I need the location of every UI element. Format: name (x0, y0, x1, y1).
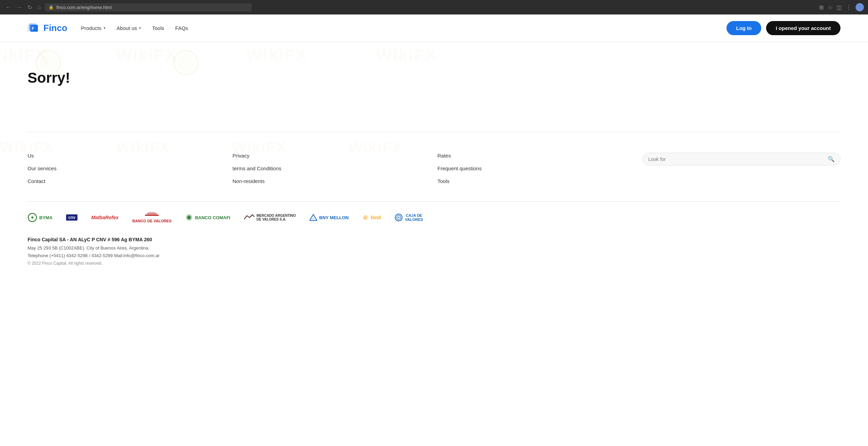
footer-link-frequent-questions[interactable]: Frequent questions (438, 165, 636, 171)
login-button[interactable]: Log In (726, 21, 761, 35)
footer-col-2: Privacy terms and Conditions Non-residen… (232, 153, 430, 184)
svg-rect-11 (145, 215, 159, 216)
back-button[interactable]: ← (4, 3, 12, 12)
partners-row: BYMA cnv MatbaRofex BANCO DE VALORES (28, 212, 840, 233)
nav-faqs[interactable]: FAQs (175, 25, 188, 31)
nav-products[interactable]: Products ▾ (81, 25, 105, 31)
url-text: finco.com.ar/eng/home.html (56, 5, 112, 10)
bookmark-icon[interactable]: ☆ (828, 4, 833, 11)
svg-rect-13 (148, 212, 155, 213)
svg-point-23 (398, 217, 399, 218)
partner-matbarofex: MatbaRofex (91, 215, 118, 220)
partner-bny-mellon: BNY MELLON (310, 214, 349, 221)
bind-icon: ★ (363, 214, 369, 221)
partner-bind: ★ bind (363, 214, 381, 221)
byma-icon (28, 213, 37, 222)
chevron-down-icon: ▾ (104, 26, 106, 30)
logo-area[interactable]: F Finco (28, 23, 67, 33)
footer-link-rates[interactable]: Rates (438, 153, 636, 159)
open-account-button[interactable]: I opened your account (766, 21, 840, 35)
url-bar[interactable]: 🔒 finco.com.ar/eng/home.html (45, 3, 252, 11)
footer: WikiFX WikiFX WikiFX WikiFX Us Our servi… (0, 132, 868, 280)
forward-button[interactable]: → (15, 3, 23, 12)
legal-section: Finco Capital SA - AN ALyC P CNV # 596 A… (28, 233, 840, 266)
footer-col-3: Rates Frequent questions Tools (438, 153, 636, 184)
footer-link-contact[interactable]: Contact (28, 178, 226, 184)
caja-valores-icon (395, 213, 403, 222)
partner-banco-valores: BANCO DE VALORES (132, 212, 171, 223)
legal-copyright: © 2022 Finco Capital. All rights reserve… (28, 261, 840, 266)
navbar: F Finco Products ▾ About us ▾ Tools FAQs… (0, 14, 868, 42)
nav-links: Products ▾ About us ▾ Tools FAQs (81, 25, 726, 31)
logo-text: Finco (43, 23, 67, 33)
browser-chrome: ← → ↻ ⌂ 🔒 finco.com.ar/eng/home.html ⊞ ☆… (0, 0, 868, 14)
nav-about-us[interactable]: About us ▾ (117, 25, 141, 31)
partner-caja-valores: CAJA DEVALORES (395, 213, 423, 222)
partner-mercado-argentino: MERCADO ARGENTINODE VALORES S.A. (244, 214, 296, 221)
banco-valores-icon (145, 212, 159, 219)
svg-point-16 (188, 216, 190, 219)
watermark-overlay: WikiFX WikiFX WikiFX WikiFX F (0, 42, 868, 132)
refresh-button[interactable]: ↻ (26, 3, 33, 12)
nav-buttons: Log In I opened your account (726, 21, 840, 35)
svg-text:F: F (32, 26, 34, 31)
footer-links: Us Our services Contact Privacy terms an… (28, 153, 840, 184)
svg-point-10 (31, 216, 33, 219)
footer-link-terms[interactable]: terms and Conditions (232, 165, 430, 171)
menu-icon[interactable]: ⋮ (846, 4, 851, 11)
footer-search-bar[interactable]: 🔍 (642, 153, 840, 165)
svg-text:★: ★ (364, 216, 366, 220)
legal-address: May 25 293 5B (C1002ABE). City of Buenos… (28, 244, 840, 252)
footer-link-privacy[interactable]: Privacy (232, 153, 430, 159)
partner-byma: BYMA (28, 213, 52, 222)
translate-icon[interactable]: ⊞ (819, 4, 824, 11)
mercado-icon (244, 214, 254, 221)
svg-point-8 (177, 54, 195, 72)
nav-tools[interactable]: Tools (152, 25, 164, 31)
logo-icon: F (28, 23, 40, 33)
footer-col-1: Us Our services Contact (28, 153, 226, 184)
bny-icon (310, 214, 317, 221)
sorry-heading: Sorry! (28, 70, 840, 86)
comafi-icon (185, 214, 193, 221)
search-input[interactable] (648, 156, 828, 162)
home-button[interactable]: ⌂ (36, 3, 42, 12)
svg-point-5 (39, 54, 57, 72)
footer-link-tools[interactable]: Tools (438, 178, 636, 184)
chevron-down-icon: ▾ (139, 26, 141, 30)
partner-banco-comafi: BANCO COMAFI (185, 214, 230, 221)
partner-cnv: cnv (66, 214, 77, 221)
footer-link-us[interactable]: Us (28, 153, 226, 159)
svg-rect-12 (147, 213, 157, 214)
extensions-icon[interactable]: ◫ (837, 4, 842, 11)
footer-link-non-residents[interactable]: Non-residents (232, 178, 430, 184)
legal-title: Finco Capital SA - AN ALyC P CNV # 596 A… (28, 237, 840, 242)
legal-contact: Telephone (+5411) 4342-5298 / 4342-5299 … (28, 252, 840, 260)
avatar[interactable] (856, 3, 864, 11)
search-icon[interactable]: 🔍 (828, 156, 835, 162)
footer-col-search: 🔍 (642, 153, 840, 184)
svg-text:F: F (44, 59, 49, 67)
browser-actions: ⊞ ☆ ◫ ⋮ (819, 3, 864, 11)
main-content: WikiFX WikiFX WikiFX WikiFX F Sorry! (0, 42, 868, 132)
footer-link-our-services[interactable]: Our services (28, 165, 226, 171)
partners-divider (28, 201, 840, 202)
